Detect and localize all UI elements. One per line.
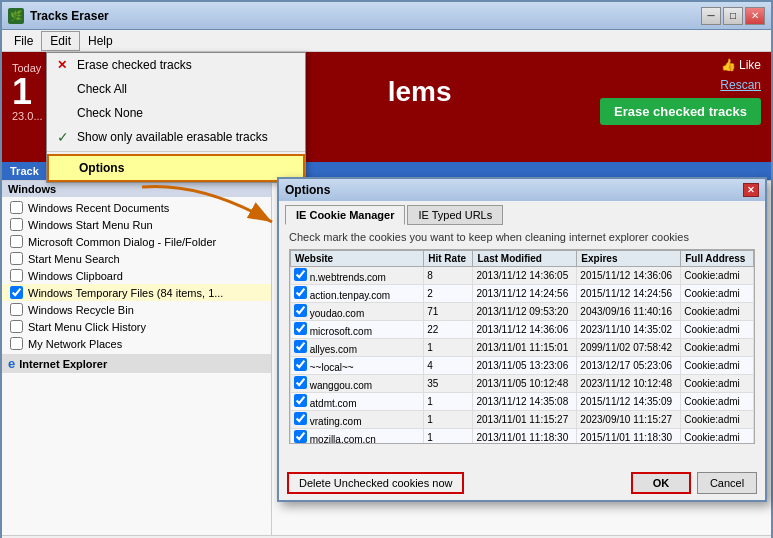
- cookie-checkbox[interactable]: [294, 376, 307, 389]
- cookie-checkbox[interactable]: [294, 412, 307, 425]
- close-button[interactable]: ✕: [745, 7, 765, 25]
- table-row[interactable]: vrating.com 1 2013/11/01 11:15:27 2023/0…: [291, 411, 754, 429]
- tab-ie-cookie-manager[interactable]: IE Cookie Manager: [285, 205, 405, 225]
- rescan-link[interactable]: Rescan: [720, 78, 761, 92]
- table-row[interactable]: allyes.com 1 2013/11/01 11:15:01 2099/11…: [291, 339, 754, 357]
- tab-ie-typed-urls[interactable]: IE Typed URLs: [407, 205, 503, 225]
- menu-show-available[interactable]: ✓ Show only available erasable tracks: [47, 125, 305, 149]
- table-row[interactable]: atdmt.com 1 2013/11/12 14:35:08 2015/11/…: [291, 393, 754, 411]
- cookie-modified: 2013/11/12 14:35:08: [473, 393, 577, 411]
- menu-erase-tracks[interactable]: ✕ Erase checked tracks: [47, 53, 305, 77]
- cookie-modified: 2013/11/01 11:15:27: [473, 411, 577, 429]
- list-item[interactable]: Windows Recycle Bin: [2, 301, 271, 318]
- cookie-expires: 2023/11/10 14:35:02: [577, 321, 681, 339]
- cookie-addr: Cookie:admi: [681, 267, 754, 285]
- cookie-expires: 2099/11/02 07:58:42: [577, 339, 681, 357]
- cookie-checkbox[interactable]: [294, 340, 307, 353]
- cookie-checkbox[interactable]: [294, 322, 307, 335]
- cookie-website: wanggou.com: [291, 375, 424, 393]
- cookie-checkbox[interactable]: [294, 430, 307, 443]
- checkbox-temp-files[interactable]: [10, 286, 23, 299]
- table-row[interactable]: microsoft.com 22 2013/11/12 14:36:06 202…: [291, 321, 754, 339]
- delete-unchecked-button[interactable]: Delete Unchecked cookies now: [287, 472, 464, 494]
- cookie-addr: Cookie:admi: [681, 357, 754, 375]
- col-website: Website: [291, 251, 424, 267]
- cookie-hit: 2: [424, 285, 473, 303]
- cookie-addr: Cookie:admi: [681, 375, 754, 393]
- header-size: 23.0...: [12, 110, 43, 122]
- cookie-website: vrating.com: [291, 411, 424, 429]
- header-right: 👍 Like Rescan Erase checked tracks: [600, 58, 761, 125]
- cookie-addr: Cookie:admi: [681, 393, 754, 411]
- table-row[interactable]: mozilla.com.cn 1 2013/11/01 11:18:30 201…: [291, 429, 754, 445]
- cookie-hit: 71: [424, 303, 473, 321]
- menu-check-none[interactable]: Check None: [47, 101, 305, 125]
- menu-help[interactable]: Help: [80, 32, 121, 50]
- app-icon: 🌿: [8, 8, 24, 24]
- cookie-modified: 2013/11/12 14:36:06: [473, 321, 577, 339]
- cookie-modified: 2013/11/12 09:53:20: [473, 303, 577, 321]
- list-item[interactable]: Start Menu Click History: [2, 318, 271, 335]
- cookie-expires: 2023/09/10 11:15:27: [577, 411, 681, 429]
- table-row[interactable]: ~~local~~ 4 2013/11/05 13:23:06 2013/12/…: [291, 357, 754, 375]
- checkbox-recycle-bin[interactable]: [10, 303, 23, 316]
- cookie-checkbox[interactable]: [294, 304, 307, 317]
- menu-divider: [47, 151, 305, 152]
- list-item[interactable]: Windows Recent Documents: [2, 199, 271, 216]
- checkbox-network-places[interactable]: [10, 337, 23, 350]
- dialog-close-button[interactable]: ✕: [743, 183, 759, 197]
- list-item[interactable]: Windows Clipboard: [2, 267, 271, 284]
- cookie-addr: Cookie:admi: [681, 411, 754, 429]
- col-hit-rate: Hit Rate: [424, 251, 473, 267]
- cookie-hit: 4: [424, 357, 473, 375]
- checkbox-start-search[interactable]: [10, 252, 23, 265]
- cookie-hit: 1: [424, 393, 473, 411]
- list-item[interactable]: Start Menu Search: [2, 250, 271, 267]
- checkbox-click-history[interactable]: [10, 320, 23, 333]
- cookie-expires: 2043/09/16 11:40:16: [577, 303, 681, 321]
- table-row[interactable]: youdao.com 71 2013/11/12 09:53:20 2043/0…: [291, 303, 754, 321]
- sidebar-ie-header: e Internet Explorer: [2, 354, 271, 373]
- table-row[interactable]: action.tenpay.com 2 2013/11/12 14:24:56 …: [291, 285, 754, 303]
- list-item[interactable]: Windows Temporary Files (84 items, 1...: [2, 284, 271, 301]
- list-item[interactable]: My Network Places: [2, 335, 271, 352]
- cookie-website: mozilla.com.cn: [291, 429, 424, 445]
- list-item[interactable]: Windows Start Menu Run: [2, 216, 271, 233]
- table-row[interactable]: n.webtrends.com 8 2013/11/12 14:36:05 20…: [291, 267, 754, 285]
- menu-check-all[interactable]: Check All: [47, 77, 305, 101]
- checkbox-common-dialog[interactable]: [10, 235, 23, 248]
- list-item[interactable]: Microsoft Common Dialog - File/Folder: [2, 233, 271, 250]
- cookie-expires: 2015/11/12 14:24:56: [577, 285, 681, 303]
- cookie-checkbox[interactable]: [294, 394, 307, 407]
- options-dialog: Options ✕ IE Cookie Manager IE Typed URL…: [277, 177, 767, 502]
- cookie-hit: 1: [424, 339, 473, 357]
- checkbox-clipboard[interactable]: [10, 269, 23, 282]
- menu-file[interactable]: File: [6, 32, 41, 50]
- cookie-checkbox[interactable]: [294, 268, 307, 281]
- cookie-modified: 2013/11/12 14:36:05: [473, 267, 577, 285]
- menu-edit[interactable]: Edit: [41, 31, 80, 51]
- main-window: 🌿 Tracks Eraser ─ □ ✕ File Edit Help Tod…: [0, 0, 773, 538]
- table-row[interactable]: wanggou.com 35 2013/11/05 10:12:48 2023/…: [291, 375, 754, 393]
- like-button[interactable]: 👍 Like: [721, 58, 761, 72]
- checkbox-start-menu-run[interactable]: [10, 218, 23, 231]
- cookie-addr: Cookie:admi: [681, 321, 754, 339]
- menu-options[interactable]: Options: [47, 154, 305, 182]
- maximize-button[interactable]: □: [723, 7, 743, 25]
- cookie-table-wrapper[interactable]: Website Hit Rate Last Modified Expires F…: [289, 249, 755, 444]
- cookie-addr: Cookie:admi: [681, 303, 754, 321]
- col-full-address: Full Address: [681, 251, 754, 267]
- cancel-button[interactable]: Cancel: [697, 472, 757, 494]
- checkbox-recent-docs[interactable]: [10, 201, 23, 214]
- ok-button[interactable]: OK: [631, 472, 691, 494]
- cookie-modified: 2013/11/01 11:18:30: [473, 429, 577, 445]
- edit-dropdown-menu: ✕ Erase checked tracks Check All Check N…: [46, 52, 306, 183]
- cookie-hit: 1: [424, 429, 473, 445]
- cookie-checkbox[interactable]: [294, 358, 307, 371]
- erase-checked-tracks-button[interactable]: Erase checked tracks: [600, 98, 761, 125]
- minimize-button[interactable]: ─: [701, 7, 721, 25]
- cookie-checkbox[interactable]: [294, 286, 307, 299]
- cookie-modified: 2013/11/05 13:23:06: [473, 357, 577, 375]
- cookie-website: atdmt.com: [291, 393, 424, 411]
- cookie-website: allyes.com: [291, 339, 424, 357]
